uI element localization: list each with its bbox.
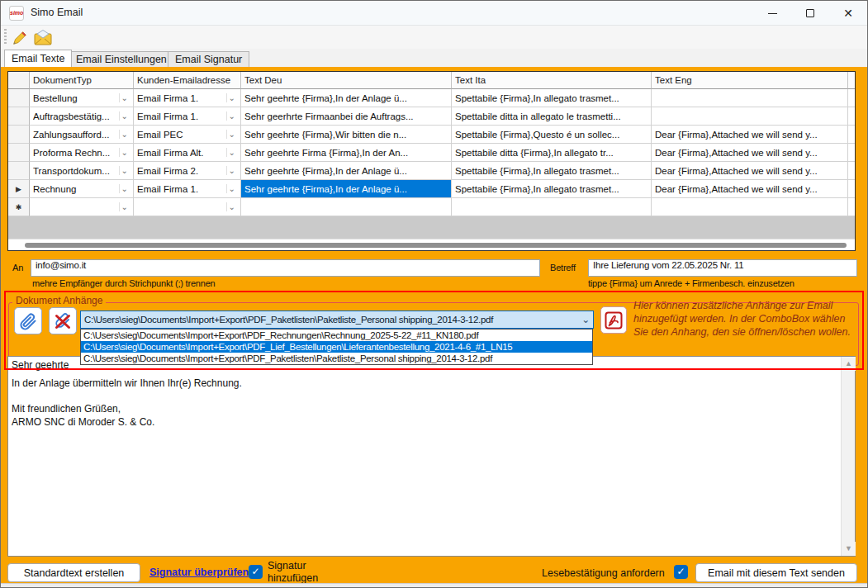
cell-kundenemail[interactable]: Email Firma 1. [134,180,241,198]
col-kunden-emailadresse[interactable]: Kunden-Emailadresse [134,72,241,89]
subject-hint: tippe {Firma} um Anrede + Firmenbesch. e… [588,278,794,288]
cell-text-ita[interactable]: Spettabile {Firma},In allegato trasmet..… [452,89,652,107]
grid-horizontal-scrollbar[interactable] [8,239,855,250]
cell-kundenemail[interactable] [134,198,241,216]
col-dokumenttyp[interactable]: DokumentTyp [30,72,134,89]
cell-text-eng[interactable] [652,89,848,107]
table-row[interactable]: Transportdokum... Email Firma 2. Sehr ge… [8,162,855,180]
row-header[interactable] [8,107,30,126]
dropdown-item-highlighted[interactable]: C:\Users\sieg\Documents\Import+Export\PD… [81,341,592,353]
col-text-esp[interactable]: Te [848,72,855,89]
body-vertical-scrollbar[interactable]: ▲ ▼ [841,357,855,556]
col-text-eng[interactable]: Text Eng [652,72,848,89]
maximize-button[interactable] [791,1,829,26]
subject-label: Betreff [550,263,576,273]
send-email-text-button[interactable]: Email mit diesem Text senden [695,563,857,582]
open-pdf-button[interactable] [600,306,627,334]
check-signature-link[interactable]: Signatur überprüfen [149,567,249,578]
toolbar-grip [4,29,7,45]
current-row-marker[interactable]: ▶ [8,180,30,198]
scroll-up-arrow-icon[interactable]: ▲ [842,357,856,371]
attachment-combobox[interactable]: C:\Users\sieg\Documents\Import+Export\PD… [80,311,594,329]
create-standard-text-button[interactable]: Standardtext erstellen [7,563,140,582]
cell-text-deu[interactable]: Sehr geehrte {Firma},Wir bitten die n... [241,126,452,144]
cell-text-eng[interactable]: Dear {Firma},Attached we will send y... [652,180,848,198]
cell-text-eng[interactable] [652,107,848,126]
cell-dokumenttyp[interactable]: Zahlungsaufford... [30,126,134,144]
cell-kundenemail[interactable]: Email Firma 2. [134,162,241,180]
table-row[interactable]: Proforma Rechn... Email Firma Alt. Sehr … [8,144,855,162]
scroll-down-arrow-icon[interactable]: ▼ [842,542,856,556]
cell-text-ita[interactable]: Spettabile ditta {Firma},In allegato tr.… [452,144,652,162]
add-attachment-button[interactable] [14,307,42,334]
maximize-icon [806,9,814,17]
cell-dokumenttyp[interactable] [30,198,134,216]
table-row-selected[interactable]: ▶ Rechnung Email Firma 1. Sehr geehrte {… [8,180,855,198]
grid-header-row: DokumentTyp Kunden-Emailadresse Text Deu… [8,72,855,89]
minimize-icon [768,13,777,14]
cell-text-deu-selected[interactable]: Sehr geehrte {Firma},In der Anlage ü... [241,180,452,198]
col-text-deu[interactable]: Text Deu [241,72,452,89]
tab-email-texte[interactable]: Email Texte [4,50,72,67]
row-header[interactable] [8,162,30,180]
tab-email-signatur[interactable]: Email Signatur [168,51,249,67]
cell-kundenemail[interactable]: Email PEC [134,126,241,144]
cell-text-esp[interactable]: Est [848,126,855,144]
table-row-new[interactable]: ✱ [8,198,855,216]
cell-text-eng[interactable] [652,198,848,216]
cell-text-esp[interactable] [848,107,855,126]
to-input[interactable]: info@simo.it [31,259,540,277]
read-receipt-checkbox[interactable]: ✓ [674,565,688,579]
cell-text-eng[interactable]: Dear {Firma},Attached we will send y... [652,144,848,162]
cell-dokumenttyp[interactable]: Auftragsbestätig... [30,107,134,126]
col-text-ita[interactable]: Text Ita [452,72,652,89]
scrollbar-thumb[interactable] [25,243,847,248]
cell-text-esp[interactable]: Est [848,162,855,180]
cell-text-deu[interactable]: Sehr geerhrte Firmaanbei die Auftrags... [241,107,452,126]
cell-dokumenttyp[interactable]: Rechnung [30,180,134,198]
row-header[interactable] [8,126,30,144]
row-header[interactable] [8,89,30,107]
cell-text-eng[interactable]: Dear {Firma},Attached we will send y... [652,162,848,180]
cell-text-ita[interactable] [452,198,652,216]
edit-pencil-button[interactable] [9,27,31,48]
row-header[interactable] [8,144,30,162]
send-email-button[interactable] [32,27,54,48]
add-signature-label: Signatur hinzufügen [268,560,318,585]
tab-email-einstellungen[interactable]: Email Einstellungen [69,51,174,67]
table-row[interactable]: Auftragsbestätig... Email Firma 1. Sehr … [8,107,855,126]
cell-text-deu[interactable]: Sehr geehrte {Firma},In der Anlage ü... [241,89,452,107]
cell-text-ita[interactable]: Spettabile {Firma},In allegato trasmet..… [452,180,652,198]
cell-kundenemail[interactable]: Email Firma Alt. [134,144,241,162]
email-body-textarea[interactable]: Sehr geehrte In der Anlage übermitteln w… [7,356,856,557]
cell-dokumenttyp[interactable]: Transportdokum... [30,162,134,180]
cell-text-esp[interactable] [848,198,855,216]
cell-dokumenttyp[interactable]: Proforma Rechn... [30,144,134,162]
table-row[interactable]: Zahlungsaufford... Email PEC Sehr geehrt… [8,126,855,144]
cell-text-esp[interactable] [848,89,855,107]
dropdown-item[interactable]: C:\Users\sieg\Documents\Import+Export\PD… [81,330,592,341]
cell-text-ita[interactable]: Spettabile {Firma},Questo é un sollec... [452,126,652,144]
cell-text-eng[interactable]: Dear {Firma},Attached we will send y... [652,126,848,144]
delete-attachment-button[interactable] [49,307,77,334]
to-label: An [12,263,23,273]
cell-dokumenttyp[interactable]: Bestellung [30,89,134,107]
cell-text-ita[interactable]: Spettabile {Firma},In allegato trasmet..… [452,162,652,180]
table-row[interactable]: Bestellung Email Firma 1. Sehr geehrte {… [8,89,855,107]
dropdown-item[interactable]: C:\Users\sieg\Documents\Import+Export\PD… [81,353,592,364]
cell-kundenemail[interactable]: Email Firma 1. [134,107,241,126]
minimize-button[interactable] [753,1,791,26]
cell-text-deu[interactable]: Sehr geehrte Firma {Firma},In der An... [241,144,452,162]
cell-text-deu[interactable]: Sehr geehrte {Firma},In der Anlage ü... [241,162,452,180]
new-row-marker[interactable]: ✱ [8,198,30,216]
cell-kundenemail[interactable]: Email Firma 1. [134,89,241,107]
subject-input[interactable]: Ihre Lieferung vom 22.05.2025 Nr. 11 [588,259,857,277]
cell-text-esp[interactable]: Est [848,144,855,162]
cell-text-deu[interactable] [241,198,452,216]
close-button[interactable]: ✕ [829,1,867,26]
toolbar [1,26,867,49]
cell-text-esp[interactable]: Est [848,180,855,198]
delete-paperclip-icon [53,311,73,331]
cell-text-ita[interactable]: Spettabile ditta in allegato le trasmett… [452,107,652,126]
add-signature-checkbox[interactable]: ✓ [249,565,263,579]
